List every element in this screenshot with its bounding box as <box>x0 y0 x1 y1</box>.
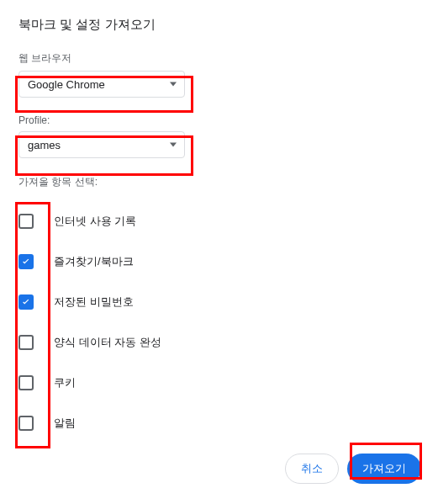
browser-select-value: Google Chrome <box>28 78 105 91</box>
profile-select-value: games <box>28 139 61 151</box>
browser-label: 웹 브라우저 <box>18 51 420 66</box>
check-row: 저장된 비밀번호 <box>18 282 420 322</box>
chevron-down-icon <box>170 143 177 147</box>
import-button-label: 가져오기 <box>362 461 406 476</box>
checkbox[interactable] <box>18 254 34 269</box>
profile-label: Profile: <box>18 114 420 126</box>
checkbox[interactable] <box>18 416 34 431</box>
cancel-button-label: 취소 <box>301 461 323 476</box>
checkbox[interactable] <box>18 335 34 350</box>
items-list: 인터넷 사용 기록즐겨찾기/북마크저장된 비밀번호양식 데이터 자동 완성쿠키알… <box>18 201 420 443</box>
check-row: 즐겨찾기/북마크 <box>18 241 420 282</box>
chevron-down-icon <box>170 82 177 87</box>
check-label: 양식 데이터 자동 완성 <box>54 335 161 350</box>
check-row: 양식 데이터 자동 완성 <box>18 322 420 363</box>
checkbox[interactable] <box>18 375 34 390</box>
profile-select[interactable]: games <box>18 131 185 158</box>
check-label: 즐겨찾기/북마크 <box>54 254 134 269</box>
import-dialog: 북마크 및 설정 가져오기 웹 브라우저 Google Chrome Profi… <box>0 0 438 504</box>
check-label: 저장된 비밀번호 <box>54 294 134 310</box>
browser-select[interactable]: Google Chrome <box>18 71 185 98</box>
checkbox[interactable] <box>18 294 34 310</box>
check-row: 알림 <box>18 403 420 443</box>
check-label: 알림 <box>54 416 76 431</box>
check-label: 쿠키 <box>54 375 76 390</box>
check-row: 쿠키 <box>18 363 420 403</box>
items-label: 가져올 항목 선택: <box>18 175 420 189</box>
cancel-button[interactable]: 취소 <box>285 454 339 484</box>
dialog-title: 북마크 및 설정 가져오기 <box>18 17 420 33</box>
import-button[interactable]: 가져오기 <box>347 454 421 484</box>
check-label: 인터넷 사용 기록 <box>54 214 136 229</box>
button-row: 취소 가져오기 <box>285 454 421 484</box>
checkbox[interactable] <box>18 214 34 229</box>
check-row: 인터넷 사용 기록 <box>18 201 420 241</box>
